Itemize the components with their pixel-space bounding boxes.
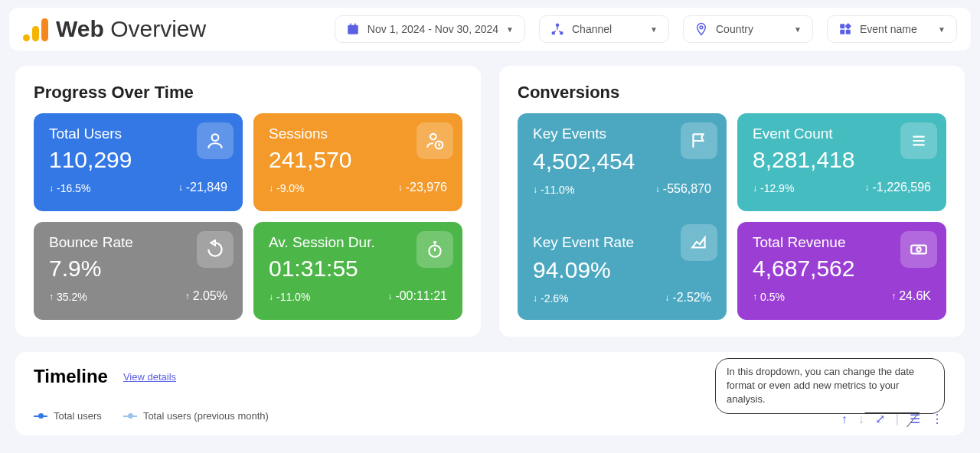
card-delta: ↓-2.52% <box>665 291 711 305</box>
down-arrow-icon: ↓ <box>864 182 869 193</box>
legend-line-icon <box>123 416 137 417</box>
legend-item: Total users (previous month) <box>123 410 269 422</box>
card-pct: ↓-11.0% <box>533 184 574 196</box>
money-icon <box>900 231 937 268</box>
user-icon <box>197 122 234 159</box>
card-pct: ↓-2.6% <box>533 292 569 305</box>
card-pct: ↓-16.5% <box>49 182 90 194</box>
down-arrow-icon: ↓ <box>178 182 183 193</box>
card-pct: ↓-11.0% <box>269 291 310 303</box>
svg-point-17 <box>916 247 920 251</box>
header-bar: Web Overview Nov 1, 2024 - Nov 30, 2024 … <box>9 8 971 51</box>
drill-up-icon[interactable]: ↑ <box>841 412 848 426</box>
expand-icon[interactable]: ⤢ <box>875 412 885 426</box>
down-arrow-icon: ↓ <box>753 183 757 194</box>
flag-icon <box>681 122 717 159</box>
down-arrow-icon: ↓ <box>655 184 660 194</box>
area-chart-icon <box>681 224 717 261</box>
down-arrow-icon: ↓ <box>269 183 273 194</box>
timeline-panel: Timeline View details Total users Total … <box>15 352 965 435</box>
down-arrow-icon: ↓ <box>398 182 403 193</box>
svg-point-4 <box>556 24 560 28</box>
up-arrow-icon: ↑ <box>753 292 757 302</box>
svg-rect-9 <box>845 23 851 29</box>
stopwatch-icon <box>416 231 453 268</box>
event-label: Event name <box>860 23 930 35</box>
channel-icon <box>550 22 564 36</box>
svg-rect-8 <box>840 24 844 28</box>
up-arrow-icon: ↑ <box>891 291 896 301</box>
date-label: Nov 1, 2024 - Nov 30, 2024 <box>368 23 498 35</box>
svg-point-12 <box>212 134 219 141</box>
card-delta: ↓-00:11:21 <box>387 289 447 303</box>
event-count-card[interactable]: Event Count 8,281,418 ↓-12.9%↓-1,226,596 <box>737 113 946 211</box>
card-value: 94.09% <box>533 257 711 283</box>
card-delta: ↓-1,226,596 <box>864 181 931 194</box>
svg-rect-10 <box>840 30 844 34</box>
svg-rect-11 <box>846 30 851 34</box>
down-arrow-icon: ↓ <box>665 292 669 303</box>
filter-bar: Nov 1, 2024 - Nov 30, 2024 ▼ Channel ▼ C… <box>335 15 957 43</box>
avg-session-card[interactable]: Av. Session Dur. 01:31:55 ↓-11.0%↓-00:11… <box>253 222 462 320</box>
sessions-card[interactable]: Sessions 241,570 ↓-9.0%↓-23,976 <box>253 113 462 211</box>
user-clock-icon <box>416 122 453 159</box>
progress-panel: Progress Over Time Total Users 110,299 ↓… <box>15 66 481 337</box>
chevron-down-icon: ▼ <box>650 25 658 34</box>
card-pct: ↑0.5% <box>753 291 785 303</box>
tooltip-callout: In this dropdown, you can change the dat… <box>715 358 945 414</box>
key-events-card[interactable]: Key Events 4,502,454 ↓-11.0%↓-556,870 Ke… <box>518 113 727 320</box>
total-revenue-card[interactable]: Total Revenue 4,687,562 ↑0.5%↑24.6K <box>737 222 946 320</box>
card-pct: ↑35.2% <box>49 291 87 303</box>
down-arrow-icon: ↓ <box>387 291 392 301</box>
chevron-down-icon: ▼ <box>506 25 514 34</box>
country-dropdown[interactable]: Country ▼ <box>683 15 813 43</box>
conversions-title: Conversions <box>518 83 946 103</box>
card-pct: ↓-9.0% <box>269 182 305 194</box>
svg-rect-2 <box>350 24 351 27</box>
legend-line-icon <box>34 416 47 417</box>
card-delta: ↓-556,870 <box>655 182 711 196</box>
channel-dropdown[interactable]: Channel ▼ <box>539 15 669 43</box>
total-users-card[interactable]: Total Users 110,299 ↓-16.5%↓-21,849 <box>34 113 243 211</box>
svg-point-13 <box>430 134 436 140</box>
view-details-link[interactable]: View details <box>123 371 176 383</box>
analytics-logo-icon <box>23 17 48 41</box>
chevron-down-icon: ▼ <box>794 25 802 34</box>
page-title: Web Overview <box>56 16 206 42</box>
progress-title: Progress Over Time <box>34 83 462 103</box>
widgets-icon <box>838 22 852 36</box>
legend-item: Total users <box>34 410 102 422</box>
country-label: Country <box>716 23 786 35</box>
timeline-title: Timeline <box>34 366 108 387</box>
location-icon <box>694 22 708 36</box>
card-delta: ↓-23,976 <box>398 181 447 194</box>
channel-label: Channel <box>572 23 642 35</box>
card-delta: ↑2.05% <box>185 289 227 303</box>
bounce-rate-card[interactable]: Bounce Rate 7.9% ↑35.2%↑2.05% <box>34 222 243 320</box>
card-delta: ↑24.6K <box>891 289 931 303</box>
separator: | <box>896 412 899 426</box>
event-dropdown[interactable]: Event name ▼ <box>827 15 957 43</box>
card-delta: ↓-21,849 <box>178 181 227 194</box>
down-arrow-icon: ↓ <box>49 183 54 194</box>
filter-icon[interactable]: ☰ <box>910 412 920 426</box>
conversions-panel: Conversions Key Events 4,502,454 ↓-11.0%… <box>499 66 965 337</box>
down-arrow-icon: ↓ <box>533 293 537 304</box>
up-arrow-icon: ↑ <box>49 292 54 302</box>
more-icon[interactable]: ⋮ <box>931 412 943 426</box>
calendar-icon <box>346 22 360 36</box>
drill-down-icon[interactable]: ↓ <box>858 412 864 426</box>
svg-point-7 <box>700 26 703 29</box>
logo: Web Overview <box>23 16 206 42</box>
date-range-picker[interactable]: Nov 1, 2024 - Nov 30, 2024 ▼ <box>335 15 525 43</box>
svg-rect-3 <box>354 24 356 27</box>
svg-point-15 <box>429 246 440 257</box>
refresh-icon <box>197 231 234 268</box>
up-arrow-icon: ↑ <box>185 291 190 301</box>
card-pct: ↓-12.9% <box>753 182 794 194</box>
chart-toolbar: ↑ ↓ ⤢ | ☰ ⋮ <box>841 412 943 426</box>
chevron-down-icon: ▼ <box>938 25 946 34</box>
down-arrow-icon: ↓ <box>269 292 273 302</box>
list-icon <box>900 122 937 159</box>
down-arrow-icon: ↓ <box>533 184 537 195</box>
